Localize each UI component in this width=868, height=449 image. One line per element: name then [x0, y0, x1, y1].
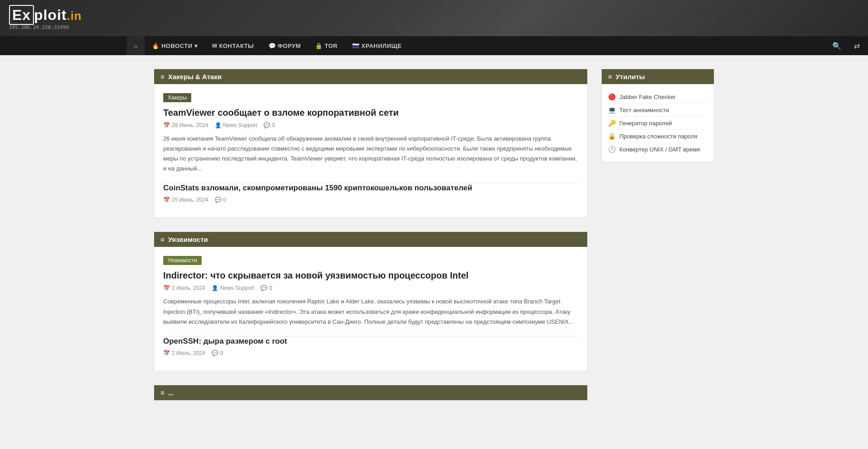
article-date: 2 Июль, 2024: [172, 350, 205, 356]
article-comments: 0: [272, 122, 275, 128]
sidebar-link-unixtime[interactable]: 🕐 Конвертер UNIX / GMT время: [608, 143, 708, 156]
sidebar-utilities: ≡ Утилиты 🔴 Jabber Fake Checker 💻 Тест а…: [601, 69, 714, 162]
article-date: 2 Июль, 2024: [172, 285, 205, 291]
site-header: Exploit.in 195.206.34.228:31499: [0, 0, 868, 36]
article-indirector-meta: 📅 2 Июль, 2024 👤 News Support 💬 0: [163, 285, 578, 291]
unixtime-icon: 🕐: [608, 146, 616, 153]
section-icon: ≡: [160, 73, 165, 80]
comments-item: 💬 0: [260, 285, 272, 291]
sidebar-link-jabber[interactable]: 🔴 Jabber Fake Checker: [608, 90, 708, 104]
section-icon: ≡: [160, 389, 165, 397]
article-indirector-title[interactable]: Indirector: что скрывается за новой уязв…: [163, 269, 578, 281]
passgen-icon: 🔑: [608, 119, 616, 127]
article-comments: 0: [220, 350, 223, 356]
author-item: 👤 News Support: [215, 122, 257, 128]
comment-icon: 💬: [215, 197, 222, 203]
sidebar-link-label: Генератор паролей: [619, 120, 672, 127]
comment-icon: 💬: [264, 122, 270, 128]
sidebar-title: Утилиты: [616, 73, 645, 80]
article-teamviewer-title[interactable]: TeamViewer сообщает о взломе корпоративн…: [163, 107, 578, 118]
comment-icon: 💬: [212, 350, 218, 356]
jabber-icon: 🔴: [608, 93, 616, 100]
nav-forum[interactable]: 💬 ФОРУМ: [261, 36, 308, 55]
sidebar-utilities-header: ≡ Утилиты: [602, 69, 714, 84]
date-item: 📅 25 Июнь, 2024: [163, 197, 208, 203]
nav-news[interactable]: 🔥 НОВОСТИ ▾: [145, 36, 205, 55]
nav-contacts[interactable]: ✉ КОНТАКТЫ: [205, 36, 261, 55]
nav-storage[interactable]: 🇷🇺 ХРАНИЛИЩЕ: [345, 36, 409, 55]
sidebar-utilities-content: 🔴 Jabber Fake Checker 💻 Тест анонимности…: [602, 84, 714, 162]
main-nav: ⌂ 🔥 НОВОСТИ ▾ ✉ КОНТАКТЫ 💬 ФОРУМ 🔒 TOR 🇷…: [0, 36, 868, 55]
article-coinstats: CoinStats взломали, скомпрометированы 15…: [154, 183, 587, 217]
logo-ploit: ploit: [34, 7, 67, 23]
comment-icon: 💬: [260, 285, 267, 291]
date-item: 📅 2 Июль, 2024: [163, 285, 205, 291]
section-title: Уязвимости: [168, 236, 208, 243]
article-teamviewer-meta: 📅 28 Июнь, 2024 👤 News Support 💬 0: [163, 122, 578, 128]
article-comments: 0: [269, 285, 272, 291]
author-item: 👤 News Support: [212, 285, 254, 291]
comments-item: 💬 0: [212, 350, 223, 356]
tag-hackers[interactable]: Хакеры: [163, 93, 191, 102]
article-author: News Support: [220, 285, 254, 291]
sidebar: ≡ Утилиты 🔴 Jabber Fake Checker 💻 Тест а…: [601, 69, 714, 414]
logo-subtext: 195.206.34.228:31499: [9, 24, 82, 30]
passcheck-icon: 🔒: [608, 132, 616, 140]
article-date: 28 Июнь, 2024: [172, 122, 208, 128]
sidebar-link-anon[interactable]: 💻 Тест анонимности: [608, 104, 708, 117]
article-teamviewer-body: 26 июня компания TeamViewer сообщила об …: [163, 134, 578, 174]
section-bottom-header: ≡ ...: [154, 385, 587, 400]
nav-home[interactable]: ⌂: [127, 36, 145, 55]
section-hackers-header: ≡ Хакеры & Атаки: [154, 69, 587, 84]
comments-item: 💬 0: [215, 197, 226, 203]
sidebar-link-label: Проверка сложности пароля: [619, 133, 698, 140]
article-comments: 0: [223, 197, 226, 203]
user-icon: 👤: [212, 285, 218, 291]
logo[interactable]: Exploit.in 195.206.34.228:31499: [9, 6, 82, 30]
calendar-icon: 📅: [163, 285, 170, 291]
content-area: ≡ Хакеры & Атаки Хакеры TeamViewer сообщ…: [154, 69, 588, 414]
user-icon: 👤: [215, 122, 222, 128]
section-vulns: ≡ Уязвимости Уязвимости Indirector: что …: [154, 232, 588, 371]
article-indirector-body: Современные процессоры Intel, включая по…: [163, 297, 578, 326]
nav-tor[interactable]: 🔒 TOR: [308, 36, 344, 55]
date-item: 📅 2 Июль, 2024: [163, 350, 205, 356]
logo-dotin: .in: [67, 9, 82, 23]
comments-item: 💬 0: [264, 122, 275, 128]
sidebar-link-label: Тест анонимности: [619, 107, 669, 113]
article-openssh: OpenSSH: дыра размером с root 📅 2 Июль, …: [154, 336, 587, 371]
tag-vuln[interactable]: Уязвимости: [163, 256, 202, 265]
calendar-icon: 📅: [163, 122, 170, 128]
main-layout: ≡ Хакеры & Атаки Хакеры TeamViewer сообщ…: [145, 55, 723, 428]
article-coinstats-meta: 📅 25 Июнь, 2024 💬 0: [163, 197, 578, 203]
section-bottom: ≡ ...: [154, 385, 588, 401]
logo-ex: Ex: [9, 5, 34, 25]
section-icon: ≡: [160, 236, 165, 243]
section-vulns-header: ≡ Уязвимости: [154, 232, 587, 247]
sidebar-link-passcheck[interactable]: 🔒 Проверка сложности пароля: [608, 130, 708, 143]
sidebar-link-passgen[interactable]: 🔑 Генератор паролей: [608, 117, 708, 130]
article-openssh-meta: 📅 2 Июль, 2024 💬 0: [163, 350, 578, 356]
sidebar-link-label: Конвертер UNIX / GMT время: [619, 146, 700, 153]
sidebar-icon: ≡: [608, 73, 612, 80]
article-teamviewer: Хакеры TeamViewer сообщает о взломе корп…: [154, 84, 587, 174]
article-openssh-title[interactable]: OpenSSH: дыра размером с root: [163, 336, 578, 346]
article-author: News Support: [223, 122, 257, 128]
article-indirector: Уязвимости Indirector: что скрывается за…: [154, 247, 587, 326]
section-hackers: ≡ Хакеры & Атаки Хакеры TeamViewer сообщ…: [154, 69, 588, 218]
calendar-icon: 📅: [163, 197, 170, 203]
nav-items: ⌂ 🔥 НОВОСТИ ▾ ✉ КОНТАКТЫ 💬 ФОРУМ 🔒 TOR 🇷…: [127, 36, 409, 55]
section-bottom-title: ...: [168, 389, 174, 397]
search-icon[interactable]: 🔍: [829, 40, 845, 52]
random-icon[interactable]: ⇄: [850, 40, 863, 52]
section-title: Хакеры & Атаки: [168, 73, 222, 80]
article-date: 25 Июнь, 2024: [172, 197, 208, 203]
calendar-icon: 📅: [163, 350, 170, 356]
article-coinstats-title[interactable]: CoinStats взломали, скомпрометированы 15…: [163, 183, 578, 193]
date-item: 📅 28 Июнь, 2024: [163, 122, 208, 128]
nav-right: 🔍 ⇄: [829, 40, 863, 52]
sidebar-link-label: Jabber Fake Checker: [619, 94, 675, 100]
anon-icon: 💻: [608, 106, 616, 113]
